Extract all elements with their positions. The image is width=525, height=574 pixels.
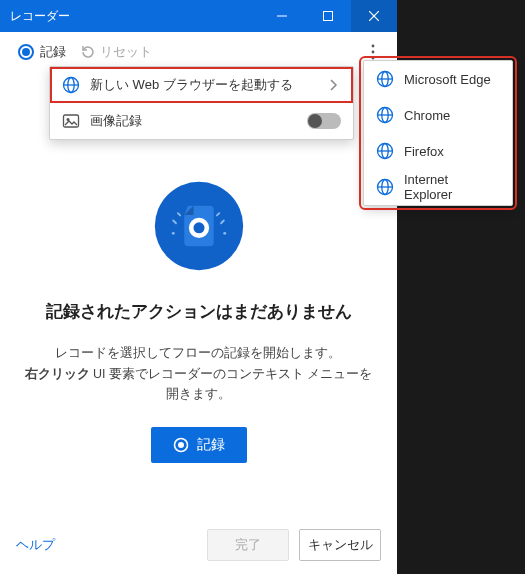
svg-rect-1 [324,12,333,21]
svg-point-10 [171,232,174,235]
browser-option-chrome[interactable]: Chrome [364,97,512,133]
browser-name: Internet Explorer [404,172,500,202]
record-radio-icon[interactable] [18,44,34,60]
done-button: 完了 [207,529,289,561]
svg-point-6 [372,57,375,60]
browser-name: Microsoft Edge [404,72,491,87]
svg-point-4 [372,45,375,48]
globe-icon [376,142,394,160]
browser-option-ie[interactable]: Internet Explorer [364,169,512,205]
recorder-window: レコーダー 記録 リセット 記録されたアクショ [0,0,397,574]
globe-icon [376,178,394,196]
cancel-button[interactable]: キャンセル [299,529,381,561]
svg-point-13 [178,442,184,448]
svg-point-9 [193,222,204,233]
reset-icon [80,44,96,60]
minimize-button[interactable] [259,0,305,32]
svg-rect-17 [64,115,79,127]
desc-line3: 開きます。 [166,387,231,401]
image-record-menu-item[interactable]: 画像記録 [50,103,353,139]
record-label[interactable]: 記録 [40,43,66,61]
record-dropdown-panel: 新しい Web ブラウザーを起動する 画像記録 [49,66,354,140]
svg-point-11 [223,232,226,235]
launch-browser-menu-item[interactable]: 新しい Web ブラウザーを起動する [50,67,353,103]
record-button[interactable]: 記録 [151,427,247,463]
launch-browser-label: 新しい Web ブラウザーを起動する [90,76,293,94]
chevron-right-icon [325,77,341,93]
svg-point-5 [372,51,375,54]
reset-label: リセット [100,43,152,61]
empty-state-heading: 記録されたアクションはまだありません [46,300,352,323]
record-button-label: 記録 [197,436,225,454]
reset-button[interactable]: リセット [80,43,152,61]
globe-icon [376,106,394,124]
image-record-label: 画像記録 [90,112,142,130]
empty-state-description: レコードを選択してフローの記録を開始します。 右クリック UI 要素でレコーダー… [5,343,393,405]
globe-icon [62,76,80,94]
help-link[interactable]: ヘルプ [16,536,55,554]
globe-icon [376,70,394,88]
footer: ヘルプ 完了 キャンセル [0,516,397,574]
browser-submenu: Microsoft Edge Chrome Firefox Internet E… [363,60,513,206]
browser-name: Chrome [404,108,450,123]
record-icon [173,437,189,453]
image-icon [62,112,80,130]
close-button[interactable] [351,0,397,32]
maximize-button[interactable] [305,0,351,32]
browser-option-firefox[interactable]: Firefox [364,133,512,169]
browser-option-edge[interactable]: Microsoft Edge [364,61,512,97]
browser-name: Firefox [404,144,444,159]
desc-line2-rest: UI 要素でレコーダーのコンテキスト メニューを [90,367,373,381]
titlebar: レコーダー [0,0,397,32]
image-record-toggle[interactable] [307,113,341,129]
desc-line2-bold: 右クリック [25,367,90,381]
window-title: レコーダー [0,8,259,25]
recorder-hero-icon [153,180,245,272]
desc-line1: レコードを選択してフローの記録を開始します。 [55,346,341,360]
